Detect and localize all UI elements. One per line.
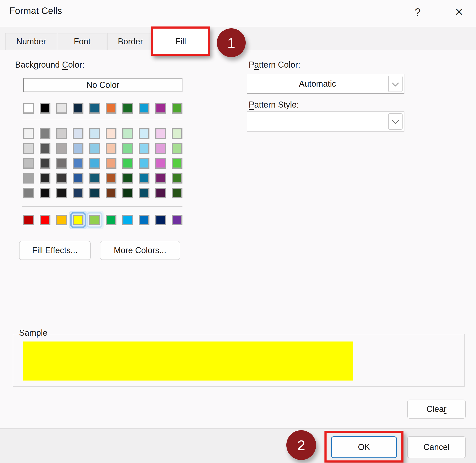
color-swatch[interactable] (122, 128, 133, 139)
color-swatch[interactable] (172, 103, 182, 114)
palette-divider (22, 206, 182, 207)
color-swatch[interactable] (23, 173, 34, 184)
color-swatch[interactable] (40, 188, 50, 198)
color-swatch[interactable] (172, 158, 182, 169)
color-swatch[interactable] (73, 128, 83, 139)
background-color-label: Background Color: (15, 60, 84, 70)
color-swatch[interactable] (139, 173, 149, 184)
tab-font[interactable]: Font (58, 33, 107, 50)
color-swatch[interactable] (122, 103, 133, 114)
color-swatch[interactable] (122, 215, 133, 225)
color-swatch[interactable] (56, 143, 67, 154)
fill-effects-post: ll Effects... (39, 246, 77, 255)
color-swatch[interactable] (23, 143, 34, 154)
color-swatch[interactable] (139, 188, 149, 198)
color-swatch[interactable] (155, 143, 166, 154)
background-color-label-post: olor: (68, 60, 84, 70)
color-swatch[interactable] (23, 215, 34, 225)
pattern-style-dropdown-button[interactable] (388, 113, 403, 130)
color-swatch[interactable] (122, 188, 133, 198)
color-swatch[interactable] (139, 143, 149, 154)
tab-number[interactable]: Number (5, 33, 57, 50)
color-swatch[interactable] (73, 158, 83, 169)
pattern-color-dropdown[interactable]: Automatic (247, 74, 404, 94)
sample-fill-preview (23, 341, 353, 381)
color-swatch[interactable] (106, 188, 117, 198)
color-swatch[interactable] (56, 188, 67, 198)
cancel-button[interactable]: Cancel (407, 436, 466, 458)
color-swatch[interactable] (89, 128, 100, 139)
color-swatch[interactable] (56, 215, 67, 225)
color-swatch[interactable] (89, 143, 100, 154)
background-color-label-pre: Background (15, 60, 62, 70)
color-swatch[interactable] (139, 103, 149, 114)
color-swatch[interactable] (106, 173, 117, 184)
color-swatch[interactable] (73, 143, 83, 154)
color-swatch[interactable] (40, 158, 50, 169)
close-icon[interactable]: ✕ (449, 2, 469, 22)
pattern-color-dropdown-button[interactable] (388, 76, 403, 92)
color-swatch[interactable] (89, 158, 100, 169)
color-swatch[interactable] (106, 143, 117, 154)
color-swatch[interactable] (106, 103, 117, 114)
color-swatch[interactable] (172, 128, 182, 139)
pattern-color-value: Automatic (247, 74, 388, 93)
color-swatch[interactable] (155, 215, 166, 225)
color-swatch[interactable] (40, 173, 50, 184)
color-swatch[interactable] (122, 158, 133, 169)
color-swatch[interactable] (56, 128, 67, 139)
color-swatch[interactable] (40, 128, 50, 139)
fill-effects-button[interactable]: Fill Effects... (19, 241, 91, 260)
palette-variant-row-1 (23, 128, 188, 139)
color-swatch[interactable] (89, 188, 100, 198)
sample-group-label: Sample (17, 328, 50, 338)
color-swatch[interactable] (73, 173, 83, 184)
tab-border[interactable]: Border (107, 33, 153, 50)
color-swatch[interactable] (56, 103, 67, 114)
color-swatch[interactable] (73, 215, 83, 225)
color-swatch[interactable] (73, 103, 83, 114)
color-swatch[interactable] (155, 173, 166, 184)
tab-border-label: Border (118, 37, 143, 46)
color-swatch[interactable] (89, 215, 100, 225)
help-icon[interactable]: ? (408, 2, 427, 22)
color-swatch[interactable] (106, 158, 117, 169)
color-swatch[interactable] (106, 215, 117, 225)
color-swatch[interactable] (139, 128, 149, 139)
color-swatch[interactable] (40, 143, 50, 154)
color-swatch[interactable] (56, 173, 67, 184)
color-swatch[interactable] (155, 128, 166, 139)
pattern-style-value (247, 112, 388, 131)
color-swatch[interactable] (56, 158, 67, 169)
color-swatch[interactable] (89, 103, 100, 114)
palette-theme-row (23, 103, 188, 114)
pattern-style-label-post: attern Style: (254, 100, 299, 109)
color-swatch[interactable] (122, 173, 133, 184)
more-colors-button[interactable]: More Colors... (100, 241, 180, 260)
color-swatch[interactable] (155, 158, 166, 169)
color-swatch[interactable] (172, 215, 182, 225)
color-swatch[interactable] (172, 188, 182, 198)
color-swatch[interactable] (155, 188, 166, 198)
color-swatch[interactable] (122, 143, 133, 154)
clear-button[interactable]: Clear (407, 400, 466, 419)
pattern-style-dropdown[interactable] (247, 112, 404, 132)
color-swatch[interactable] (89, 173, 100, 184)
color-swatch[interactable] (139, 215, 149, 225)
color-swatch[interactable] (40, 103, 50, 114)
more-colors-post: ore Colors... (121, 246, 166, 255)
color-swatch[interactable] (155, 103, 166, 114)
color-swatch[interactable] (23, 128, 34, 139)
color-swatch[interactable] (23, 158, 34, 169)
color-swatch[interactable] (23, 103, 34, 114)
color-swatch[interactable] (172, 143, 182, 154)
color-swatch[interactable] (40, 215, 50, 225)
color-swatch[interactable] (23, 188, 34, 198)
color-swatch[interactable] (73, 188, 83, 198)
ok-button[interactable]: OK (331, 436, 397, 458)
color-swatch[interactable] (172, 173, 182, 184)
no-color-button[interactable]: No Color (23, 78, 182, 92)
color-swatch[interactable] (139, 158, 149, 169)
color-swatch[interactable] (106, 128, 117, 139)
pattern-color-label-post: ttern Color: (259, 60, 300, 70)
